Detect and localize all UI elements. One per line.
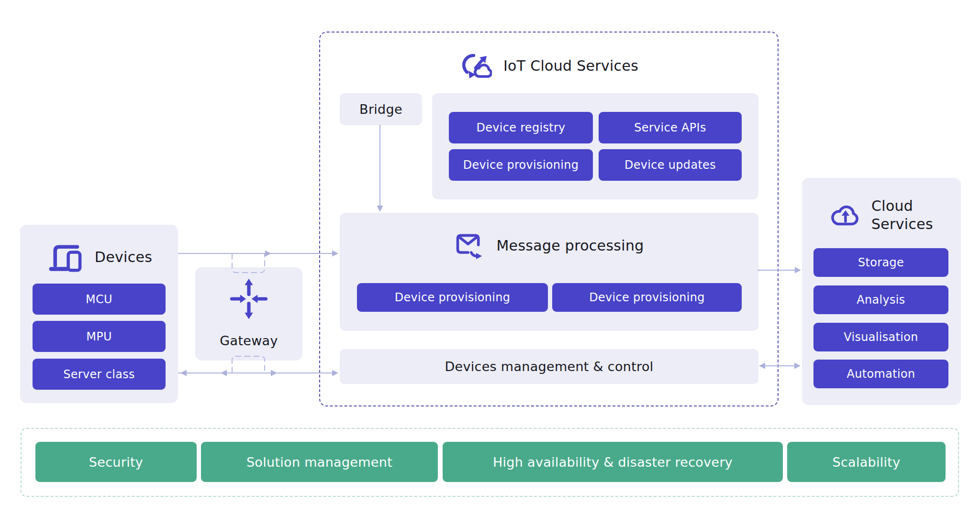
msg-device-provisioning-node-2: Device provisioning <box>552 283 742 312</box>
server-class-node: Server class <box>33 359 166 390</box>
devices-management-bar: Devices management & control <box>340 349 758 384</box>
scalability-node: Scalability <box>787 442 946 482</box>
automation-node: Automation <box>813 360 948 388</box>
visualisation-label: Visualisation <box>844 330 918 344</box>
devices-header: Devices <box>20 241 178 273</box>
high-availability-node: High availability & disaster recovery <box>443 442 783 482</box>
mcu-label: MCU <box>86 293 112 306</box>
device-provisioning-label: Device provisioning <box>463 158 579 172</box>
iot-architecture-diagram: IoT Cloud Services Bridge Device registr… <box>0 0 980 526</box>
gateway-node: Gateway <box>195 267 302 361</box>
cloud-services-header: Cloud Services <box>802 197 961 233</box>
analysis-node: Analysis <box>813 285 948 314</box>
mail-forward-icon <box>454 231 484 260</box>
server-class-label: Server class <box>63 368 135 381</box>
service-apis-label: Service APIs <box>634 121 706 134</box>
msg-device-provisioning-node-1: Device provisioning <box>357 283 548 312</box>
iot-cloud-services-header: IoT Cloud Services <box>320 52 778 79</box>
mpu-label: MPU <box>86 330 112 343</box>
high-availability-label: High availability & disaster recovery <box>493 455 733 470</box>
arrowhead-right <box>271 370 277 376</box>
storage-node: Storage <box>813 248 948 277</box>
solution-management-label: Solution management <box>246 455 392 470</box>
arrowhead-right <box>265 251 271 257</box>
cloud-services-panel: Cloud Services Storage Analysis Visualis… <box>802 178 961 405</box>
cloud-services-title: Cloud Services <box>871 197 935 233</box>
scalability-label: Scalability <box>832 455 900 470</box>
cloud-sync-icon <box>459 52 492 79</box>
arrowhead-left <box>180 370 187 376</box>
automation-label: Automation <box>847 367 915 381</box>
visualisation-node: Visualisation <box>813 323 948 351</box>
security-node: Security <box>35 442 197 482</box>
message-processing-panel: Message processing Device provisioning D… <box>340 213 758 331</box>
devices-icon <box>46 241 84 273</box>
device-registry-label: Device registry <box>476 121 565 134</box>
device-registry-node: Device registry <box>449 112 593 143</box>
gateway-arrows-icon <box>195 276 302 322</box>
analysis-label: Analysis <box>857 293 905 307</box>
message-processing-title: Message processing <box>496 237 644 254</box>
mcu-node: MCU <box>33 284 166 315</box>
message-processing-header: Message processing <box>340 231 758 260</box>
solution-management-node: Solution management <box>201 442 438 482</box>
device-provisioning-node: Device provisioning <box>449 149 593 181</box>
device-updates-node: Device updates <box>599 149 742 181</box>
iot-cloud-services-title: IoT Cloud Services <box>503 57 638 74</box>
bridge-node: Bridge <box>340 93 422 125</box>
gateway-label: Gateway <box>195 333 302 348</box>
bridge-label: Bridge <box>359 102 402 117</box>
device-updates-label: Device updates <box>624 158 716 172</box>
devices-panel: Devices MCU MPU Server class <box>20 225 178 403</box>
foundation-band: Security Solution management High availa… <box>21 428 959 497</box>
devices-management-label: Devices management & control <box>445 359 653 374</box>
registry-panel: Device registry Service APIs Device prov… <box>432 93 758 199</box>
storage-label: Storage <box>858 256 904 269</box>
arrowhead-right <box>794 363 801 369</box>
devices-title: Devices <box>95 249 152 265</box>
arrowhead-right <box>795 267 801 274</box>
mpu-node: MPU <box>33 321 166 352</box>
cloud-upload-icon <box>828 201 862 229</box>
msg-device-provisioning-label-2: Device provisioning <box>589 291 705 304</box>
security-label: Security <box>89 455 143 470</box>
service-apis-node: Service APIs <box>599 112 742 143</box>
arrowhead-left <box>221 370 227 376</box>
msg-device-provisioning-label-1: Device provisioning <box>395 291 511 304</box>
iot-cloud-services-container: IoT Cloud Services Bridge Device registr… <box>319 32 779 406</box>
